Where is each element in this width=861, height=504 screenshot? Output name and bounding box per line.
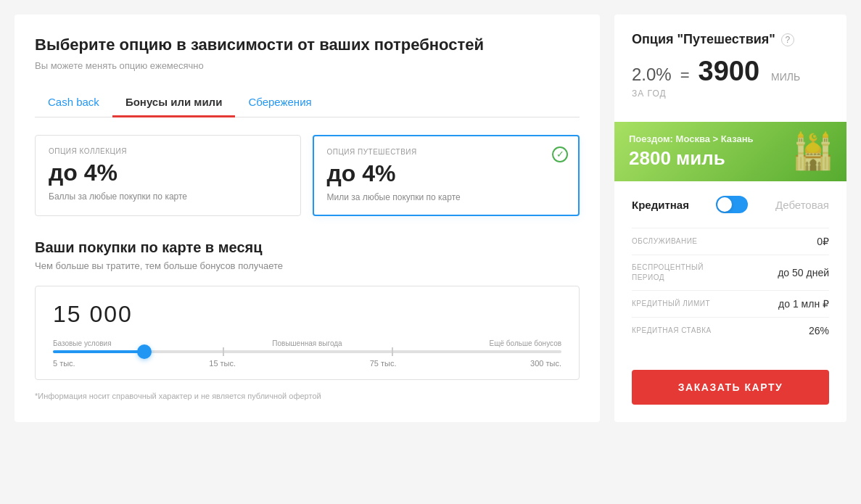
page-subtitle: Вы можете менять опцию ежемесячно <box>35 60 580 71</box>
rate-percent: 2.0% <box>632 65 672 85</box>
rate-per-year: ЗА ГОД <box>632 88 829 99</box>
slider-track <box>53 350 561 353</box>
tick-label-3: 300 тыс. <box>530 359 561 368</box>
option-collection-desc: Баллы за любые покупки по карте <box>49 191 287 203</box>
option-cards-row: ОПЦИЯ КОЛЛЕКЦИЯ до 4% Баллы за любые пок… <box>35 135 580 217</box>
option-travel-percent: до 4% <box>327 160 566 187</box>
option-collection-percent: до 4% <box>49 160 287 186</box>
slider-container: 15 000 Базовые условия Повышенная выгода… <box>35 286 580 380</box>
toggle-knob <box>717 197 732 212</box>
right-panel: Опция "Путешествия" ? 2.0% = 3900 МИЛЬ З… <box>614 15 846 422</box>
detail-value-1: до 50 дней <box>778 267 829 278</box>
detail-label-3: КРЕДИТНАЯ СТАВКА <box>632 326 712 336</box>
slider-tick-labels: 5 тыс. 15 тыс. 75 тыс. 300 тыс. <box>53 359 561 368</box>
tick-label-2: 75 тыс. <box>370 359 397 368</box>
tab-savings[interactable]: Сбережения <box>235 88 324 117</box>
slider-thumb[interactable] <box>137 344 152 359</box>
card-type-credit-label: Кредитная <box>632 199 689 211</box>
option-card-collection[interactable]: ОПЦИЯ КОЛЛЕКЦИЯ до 4% Баллы за любые пок… <box>35 135 301 217</box>
rate-row: 2.0% = 3900 МИЛЬ <box>632 56 829 87</box>
mosque-icon: 🕌 <box>791 131 835 172</box>
card-type-row: Кредитная Дебетовая <box>632 196 829 213</box>
rate-miles: 3900 <box>699 56 760 87</box>
tick-mark-2 <box>392 347 393 356</box>
disclaimer-text: *Информация носит справочный характер и … <box>35 392 580 400</box>
option-travel-label: ОПЦИЯ ПУТЕШЕСТВИЯ <box>327 148 566 156</box>
option-card-travel[interactable]: ✓ ОПЦИЯ ПУТЕШЕСТВИЯ до 4% Мили за любые … <box>313 135 580 217</box>
rate-unit: МИЛЬ <box>771 71 800 83</box>
slider-section-enhanced: Повышенная выгода <box>223 339 392 347</box>
tick-label-1: 15 тыс. <box>209 359 236 368</box>
detail-row-1: БЕСПРОЦЕНТНЫЙ ПЕРИОД до 50 дней <box>632 255 829 290</box>
slider-section-more: Ещё больше бонусов <box>392 339 561 347</box>
tabs-container: Cash back Бонусы или мили Сбережения <box>35 88 580 117</box>
card-type-toggle[interactable] <box>716 196 748 213</box>
card-details: Кредитная Дебетовая ОБСЛУЖИВАНИЕ 0₽ БЕСП… <box>614 181 846 358</box>
detail-value-2: до 1 млн ₽ <box>778 298 829 310</box>
slider-section-base: Базовые условия <box>53 339 223 347</box>
tick-label-0: 5 тыс. <box>53 359 75 368</box>
detail-row-3: КРЕДИТНАЯ СТАВКА 26% <box>632 317 829 344</box>
page-title: Выберите опцию в зависимости от ваших по… <box>35 35 580 56</box>
option-title-row: Опция "Путешествия" ? <box>632 32 829 47</box>
slider-value: 15 000 <box>53 301 561 328</box>
tab-bonuses[interactable]: Бонусы или мили <box>112 88 236 117</box>
right-option-title: Опция "Путешествия" <box>632 32 775 47</box>
selected-check-icon: ✓ <box>552 146 568 162</box>
detail-label-0: ОБСЛУЖИВАНИЕ <box>632 236 698 247</box>
tick-mark-1 <box>223 347 224 356</box>
tab-cashback[interactable]: Cash back <box>35 88 112 117</box>
option-travel-desc: Мили за любые покупки по карте <box>327 191 566 204</box>
purchases-section-subtitle: Чем больше вы тратите, тем больше бонусо… <box>35 260 580 271</box>
slider-sections: Базовые условия Повышенная выгода Ещё бо… <box>53 339 561 347</box>
detail-row-0: ОБСЛУЖИВАНИЕ 0₽ <box>632 228 829 255</box>
slider-track-area[interactable] <box>53 350 561 353</box>
detail-row-2: КРЕДИТНЫЙ ЛИМИТ до 1 млн ₽ <box>632 290 829 317</box>
purchases-section-title: Ваши покупки по карте в месяц <box>35 239 580 256</box>
detail-label-1: БЕСПРОЦЕНТНЫЙ ПЕРИОД <box>632 263 733 283</box>
option-collection-label: ОПЦИЯ КОЛЛЕКЦИЯ <box>49 147 287 155</box>
right-header: Опция "Путешествия" ? 2.0% = 3900 МИЛЬ З… <box>614 15 846 122</box>
left-panel: Выберите опцию в зависимости от ваших по… <box>15 15 600 422</box>
detail-value-3: 26% <box>809 325 829 336</box>
promo-banner: Поездом: Москва > Казань 2800 миль 🕌 <box>614 122 846 181</box>
help-icon[interactable]: ? <box>781 33 794 46</box>
detail-label-2: КРЕДИТНЫЙ ЛИМИТ <box>632 299 710 309</box>
detail-value-0: 0₽ <box>817 236 829 247</box>
main-container: Выберите опцию в зависимости от ваших по… <box>15 15 846 422</box>
order-button[interactable]: ЗАКАЗАТЬ КАРТУ <box>632 370 829 405</box>
slider-fill <box>53 350 144 353</box>
rate-equals: = <box>680 66 690 85</box>
card-type-debit-label: Дебетовая <box>775 199 829 211</box>
